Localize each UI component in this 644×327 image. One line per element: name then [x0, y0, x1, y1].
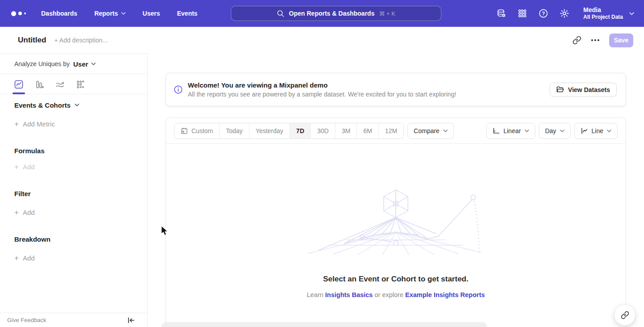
logo-dot — [11, 11, 16, 16]
scale-dropdown[interactable]: Linear — [486, 123, 535, 139]
top-nav-right: ? Media All Project Data — [496, 0, 644, 27]
more-options-button[interactable] — [591, 39, 599, 41]
report-title[interactable]: Untitled — [18, 36, 46, 45]
save-button[interactable]: Save — [609, 34, 633, 47]
nav-item-reports[interactable]: Reports — [94, 6, 126, 21]
view-datasets-button[interactable]: View Datasets — [550, 83, 617, 97]
nav-item-label: Events — [177, 10, 198, 17]
apps-grid-icon — [517, 8, 528, 19]
data-management-button[interactable] — [496, 8, 507, 19]
visualization-tabs — [0, 75, 147, 94]
date-range-label: 6M — [363, 127, 372, 134]
date-range-30d[interactable]: 30D — [310, 123, 335, 138]
date-range-3m[interactable]: 3M — [335, 123, 356, 138]
copy-link-button[interactable] — [572, 36, 581, 45]
tab-metrics-grid[interactable] — [75, 75, 86, 94]
bar-chart-tab-icon — [34, 80, 44, 89]
example-reports-link[interactable]: Example Insights Reports — [405, 291, 485, 298]
add-filter-button[interactable]: + Add — [14, 206, 35, 218]
date-range-today[interactable]: Today — [219, 123, 249, 138]
link-icon — [572, 36, 581, 45]
date-range-yesterday[interactable]: Yesterday — [249, 123, 290, 138]
date-range-label: 7D — [296, 127, 304, 134]
gear-icon — [559, 8, 570, 19]
chart-type-dropdown[interactable]: Line — [574, 123, 618, 139]
add-breakdown-label: Add — [23, 254, 35, 262]
nav-item-events[interactable]: Events — [177, 6, 198, 21]
settings-button[interactable] — [559, 8, 570, 19]
add-metric-label: Add Metric — [23, 120, 55, 128]
nav-item-label: Users — [143, 10, 160, 17]
date-range-label: Custom — [191, 127, 213, 134]
date-range-label: 12M — [385, 127, 397, 134]
date-range-custom[interactable]: Custom — [174, 123, 219, 138]
logo-dot — [18, 12, 22, 15]
add-formula-button[interactable]: + Add — [14, 160, 35, 173]
plus-icon: + — [14, 163, 19, 171]
chevron-down-icon — [525, 130, 529, 132]
search-placeholder: Open Reports & Dashboards — [289, 10, 374, 17]
global-search[interactable]: Open Reports & Dashboards ⌘ + K — [231, 6, 441, 21]
events-cohorts-header[interactable]: Events & Cohorts — [14, 99, 79, 111]
top-nav: Dashboards Reports Users Events Open Rep… — [0, 0, 644, 27]
date-range-6m[interactable]: 6M — [356, 123, 378, 138]
help-icon: ? — [538, 8, 549, 19]
banner-texts: Welcome! You are viewing a Mixpanel demo… — [188, 81, 456, 98]
plus-icon: + — [14, 120, 19, 128]
analyze-row: Analyze Uniques by User — [0, 54, 147, 74]
chevron-down-icon — [607, 130, 611, 132]
chart-display-controls: Linear Day Line — [486, 123, 618, 139]
ellipsis-icon — [591, 39, 599, 41]
primary-nav: Dashboards Reports Users Events — [41, 6, 215, 21]
sidebar-footer: Give Feedback — [0, 313, 147, 327]
give-feedback-link[interactable]: Give Feedback — [7, 317, 46, 323]
add-breakdown-button[interactable]: + Add — [14, 252, 35, 264]
add-metric-button[interactable]: + Add Metric — [14, 117, 55, 130]
empty-state-illustration — [302, 187, 490, 255]
chevron-down-icon — [443, 130, 448, 132]
compare-dropdown[interactable]: Compare — [407, 123, 454, 139]
share-link-fab[interactable] — [614, 304, 636, 326]
chevron-down-icon — [91, 63, 96, 65]
nav-item-users[interactable]: Users — [143, 6, 160, 21]
search-icon — [277, 10, 284, 17]
interval-label: Day — [545, 127, 556, 134]
help-button[interactable]: ? — [538, 8, 549, 19]
link-icon — [621, 311, 629, 319]
apps-grid-button[interactable] — [517, 8, 528, 19]
mixpanel-logo[interactable] — [11, 11, 26, 16]
date-range-7d[interactable]: 7D — [289, 123, 310, 138]
chevron-down-icon — [121, 12, 126, 15]
analyze-by-dropdown[interactable]: User — [73, 60, 96, 68]
folder-icon — [556, 86, 564, 93]
plus-icon: + — [14, 254, 19, 262]
bottom-panel-edge[interactable] — [161, 323, 487, 327]
project-switcher[interactable]: Media All Project Data — [583, 6, 634, 21]
date-range-label: Yesterday — [256, 127, 284, 134]
tab-insights-line[interactable] — [13, 75, 24, 94]
plus-icon: + — [14, 209, 19, 216]
date-range-control: Custom Today Yesterday 7D 30D 3M 6M 12M — [174, 123, 404, 139]
project-name: Media — [583, 6, 623, 14]
insights-basics-link[interactable]: Insights Basics — [325, 291, 373, 298]
collapse-sidebar-button[interactable] — [127, 317, 135, 323]
date-range-12m[interactable]: 12M — [378, 123, 403, 138]
nav-item-label: Reports — [94, 10, 118, 17]
tab-flows[interactable] — [55, 75, 65, 94]
empty-state-title: Select an Event or Cohort to get started… — [166, 275, 626, 284]
chevron-down-icon — [629, 12, 634, 15]
info-icon — [174, 85, 182, 94]
collapse-left-icon — [127, 317, 135, 323]
breakdown-section-header: Breakdown — [14, 233, 51, 245]
interval-dropdown[interactable]: Day — [539, 123, 571, 139]
analyze-value-label: User — [73, 60, 88, 68]
banner-subtitle: All the reports you see are powered by a… — [188, 91, 456, 98]
nav-item-dashboards[interactable]: Dashboards — [41, 6, 77, 21]
analyze-label: Analyze Uniques by — [14, 60, 70, 67]
date-range-label: 30D — [317, 127, 329, 134]
add-description-button[interactable]: + Add description... — [54, 37, 107, 44]
tab-bar-chart[interactable] — [34, 75, 45, 94]
flows-tab-icon — [55, 80, 65, 89]
filter-section-header: Filter — [14, 187, 31, 200]
project-info: Media All Project Data — [583, 6, 623, 21]
